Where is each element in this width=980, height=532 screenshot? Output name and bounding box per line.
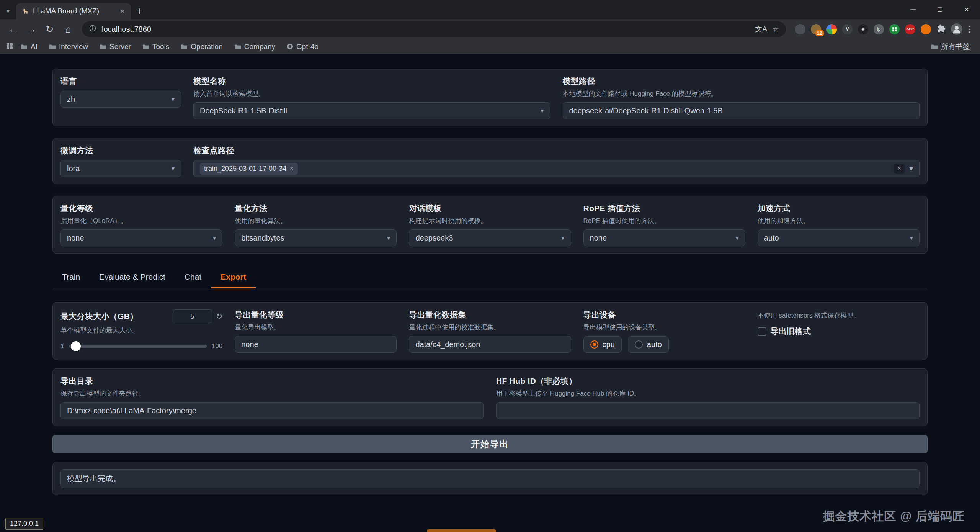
extension-icon-9[interactable] xyxy=(921,24,931,34)
radio-auto[interactable]: auto xyxy=(628,336,669,353)
max-shard-desc: 单个模型文件的最大大小。 xyxy=(60,326,222,335)
slider-min: 1 xyxy=(60,342,64,350)
extension-icon-ip[interactable]: ip xyxy=(874,24,884,34)
tab-search-icon[interactable]: ▾ xyxy=(0,3,16,19)
reset-icon[interactable]: ↻ xyxy=(216,312,223,321)
rope-label: RoPE 插值方法 xyxy=(583,203,745,214)
start-export-button[interactable]: 开始导出 xyxy=(52,435,928,453)
bookmark-folder-operation[interactable]: Operation xyxy=(177,41,226,52)
bookmark-folder-company[interactable]: Company xyxy=(230,41,279,52)
finetune-method-dropdown[interactable]: lora ▾ xyxy=(60,160,181,177)
bookmark-gpt4o[interactable]: Gpt-4o xyxy=(283,41,322,52)
chevron-down-icon: ▾ xyxy=(735,234,739,242)
extension-icon-2[interactable]: 12 xyxy=(811,24,821,34)
model-config-group: 语言 zh ▾ 模型名称 输入首单词以检索模型。 DeepSeek-R1-1.5… xyxy=(52,69,928,126)
export-quant-dataset-desc: 量化过程中使用的校准数据集。 xyxy=(409,323,571,332)
export-device-desc: 导出模型使用的设备类型。 xyxy=(583,323,745,332)
tab-title: LLaMA Board (MXZ) xyxy=(33,7,116,15)
tab-close-icon[interactable]: × xyxy=(119,7,126,16)
booster-dropdown[interactable]: auto ▾ xyxy=(758,229,920,246)
extension-icon-v[interactable]: V xyxy=(842,24,853,34)
browser-tab[interactable]: LLaMA Board (MXZ) × xyxy=(16,3,131,19)
bookmark-folder-tools[interactable]: Tools xyxy=(139,41,173,52)
export-quant-bit-desc: 量化导出模型。 xyxy=(235,323,397,332)
reload-icon[interactable]: ↻ xyxy=(41,21,58,38)
tab-chat[interactable]: Chat xyxy=(175,267,211,288)
radio-selected-icon xyxy=(590,340,598,349)
model-path-value: deepseek-ai/DeepSeek-R1-Distill-Qwen-1.5… xyxy=(569,106,723,115)
hub-id-desc: 用于将模型上传至 Hugging Face Hub 的仓库 ID。 xyxy=(496,389,920,398)
profile-avatar[interactable] xyxy=(951,23,962,35)
extensions-puzzle-icon[interactable] xyxy=(936,24,946,34)
model-path-label: 模型路径 xyxy=(563,76,920,87)
chevron-down-icon: ▾ xyxy=(561,234,565,242)
quant-method-desc: 使用的量化算法。 xyxy=(235,216,397,225)
export-legacy-desc: 不使用 safetensors 格式保存模型。 xyxy=(758,311,920,320)
checkpoint-multiselect[interactable]: train_2025-03-01-17-00-34 × × ▾ xyxy=(193,160,920,177)
maximize-icon[interactable]: □ xyxy=(926,0,953,19)
checkpoint-chip[interactable]: train_2025-03-01-17-00-34 × xyxy=(200,163,298,175)
model-name-label: 模型名称 xyxy=(193,76,550,87)
bookmark-folder-server[interactable]: Server xyxy=(96,41,135,52)
folder-icon xyxy=(49,44,56,49)
extension-icon-1[interactable] xyxy=(795,24,805,34)
export-quant-bit-label: 导出量化等级 xyxy=(235,309,397,320)
export-dir-label: 导出目录 xyxy=(60,376,484,386)
extension-icon-abp[interactable]: ABP xyxy=(905,24,915,34)
browser-menu-icon[interactable]: ⋮ xyxy=(964,24,975,34)
tab-train[interactable]: Train xyxy=(52,267,90,288)
checkbox-icon[interactable] xyxy=(758,327,766,336)
url-text[interactable]: localhost:7860 xyxy=(102,25,750,34)
model-path-input[interactable]: deepseek-ai/DeepSeek-R1-Distill-Qwen-1.5… xyxy=(563,102,920,119)
site-info-icon[interactable] xyxy=(89,25,96,34)
language-dropdown[interactable]: zh ▾ xyxy=(60,91,181,108)
rope-desc: RoPE 插值时使用的方法。 xyxy=(583,216,745,225)
chevron-down-icon: ▾ xyxy=(171,165,175,173)
model-name-value: DeepSeek-R1-1.5B-Distill xyxy=(200,106,287,115)
model-path-desc: 本地模型的文件路径或 Hugging Face 的模型标识符。 xyxy=(563,89,920,98)
export-options-group: 最大分块大小（GB） 5 ↻ 单个模型文件的最大大小。 1 100 导出量化等级… xyxy=(52,302,928,360)
finetune-method-label: 微调方法 xyxy=(60,145,181,156)
extension-icon-sparkle[interactable] xyxy=(858,24,868,34)
forward-icon[interactable]: → xyxy=(23,21,40,38)
tab-evaluate-predict[interactable]: Evaluate & Predict xyxy=(90,267,175,288)
max-shard-slider[interactable] xyxy=(69,345,206,348)
translate-icon[interactable]: 文A xyxy=(755,24,767,34)
hub-id-input[interactable] xyxy=(496,402,920,419)
folder-icon xyxy=(21,44,28,49)
bookmark-star-icon[interactable]: ☆ xyxy=(773,25,779,34)
export-quant-dataset-input[interactable]: data/c4_demo.json xyxy=(409,336,571,353)
export-output-textbox[interactable]: 模型导出完成。 xyxy=(60,469,920,488)
quant-bit-dropdown[interactable]: none ▾ xyxy=(60,229,222,246)
home-icon[interactable]: ⌂ xyxy=(60,21,77,38)
back-icon[interactable]: ← xyxy=(5,21,21,38)
model-name-dropdown[interactable]: DeepSeek-R1-1.5B-Distill ▾ xyxy=(193,102,550,119)
slider-handle[interactable] xyxy=(71,341,81,351)
radio-unselected-icon xyxy=(635,340,643,349)
export-legacy-checkbox[interactable]: 导出旧格式 xyxy=(758,326,920,337)
new-tab-button[interactable]: + xyxy=(131,3,149,19)
radio-cpu[interactable]: cpu xyxy=(583,336,622,353)
address-bar[interactable]: localhost:7860 文A ☆ xyxy=(82,21,786,37)
template-dropdown[interactable]: deepseek3 ▾ xyxy=(409,229,571,246)
bookmark-folder-interview[interactable]: Interview xyxy=(45,41,92,52)
chevron-down-icon[interactable]: ▾ xyxy=(909,164,913,173)
bookmark-folder-ai[interactable]: AI xyxy=(17,41,41,52)
clear-selection-icon[interactable]: × xyxy=(894,164,905,174)
extension-icon-3[interactable] xyxy=(826,24,837,34)
extension-icon-grid[interactable] xyxy=(889,24,900,34)
export-dir-input[interactable]: D:\mxz-code\ai\LLaMA-Factory\merge xyxy=(60,402,484,419)
bookmark-label: AI xyxy=(31,43,38,51)
quant-bit-label: 量化等级 xyxy=(60,203,222,214)
max-shard-number-input[interactable]: 5 xyxy=(173,309,212,323)
minimize-icon[interactable]: ─ xyxy=(900,0,926,19)
chip-remove-icon[interactable]: × xyxy=(290,165,293,172)
quant-method-dropdown[interactable]: bitsandbytes ▾ xyxy=(235,229,397,246)
apps-grid-icon[interactable] xyxy=(6,43,13,51)
export-quant-bit-dropdown[interactable]: none xyxy=(235,336,397,353)
checkpoint-label: 检查点路径 xyxy=(193,145,920,156)
rope-dropdown[interactable]: none ▾ xyxy=(583,229,745,246)
tab-export[interactable]: Export xyxy=(211,267,256,288)
window-close-icon[interactable]: × xyxy=(953,0,980,19)
all-bookmarks[interactable]: 所有书签 xyxy=(927,40,974,53)
